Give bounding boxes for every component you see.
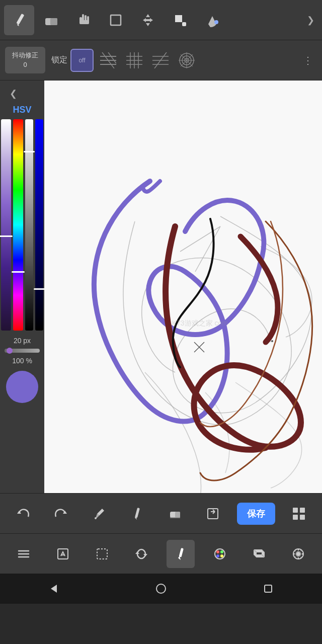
- menu-btn[interactable]: [10, 540, 38, 568]
- hand-tool-btn[interactable]: [68, 5, 99, 35]
- lock-section: 锁定 off: [51, 49, 198, 72]
- rotate-btn[interactable]: [127, 540, 155, 568]
- hue-strip[interactable]: [13, 119, 23, 331]
- layers-btn[interactable]: [245, 540, 273, 568]
- pen-btn[interactable]: [123, 500, 151, 528]
- bottom-toolbar-1: 保存: [0, 493, 322, 533]
- selection-tool-btn[interactable]: [101, 5, 131, 35]
- svg-point-66: [216, 554, 219, 557]
- save-btn[interactable]: 保存: [237, 503, 275, 525]
- move-tool-btn[interactable]: [133, 5, 163, 35]
- svg-rect-61: [179, 547, 184, 557]
- svg-rect-49: [293, 508, 298, 513]
- svg-rect-81: [265, 585, 272, 592]
- svg-rect-51: [293, 515, 298, 520]
- svg-rect-3: [50, 18, 57, 25]
- shake-correct-btn[interactable]: 抖动修正 0: [5, 47, 45, 73]
- opacity-label: 100 %: [12, 357, 32, 365]
- pattern-diagonal1-btn[interactable]: [97, 49, 120, 72]
- svg-marker-79: [51, 585, 57, 593]
- svg-point-65: [220, 550, 223, 553]
- svg-point-67: [220, 554, 223, 557]
- color-preview-circle[interactable]: [6, 371, 38, 403]
- bucket-tool-btn[interactable]: [197, 5, 227, 35]
- more-options-btn[interactable]: ⋮: [299, 49, 317, 72]
- back-nav-btn[interactable]: [39, 579, 69, 599]
- recents-nav-btn[interactable]: [253, 579, 283, 599]
- undo-btn[interactable]: [9, 500, 37, 528]
- top-toolbar: ❯: [0, 0, 322, 40]
- dropper-btn[interactable]: [85, 500, 113, 528]
- grid-view-btn[interactable]: [285, 500, 313, 528]
- drawing-svg[interactable]: [44, 80, 322, 493]
- eraser-bottom-btn[interactable]: [161, 500, 189, 528]
- pencil-tool-btn[interactable]: [4, 5, 34, 35]
- redo-btn[interactable]: [47, 500, 75, 528]
- svg-marker-60: [143, 554, 147, 556]
- settings-bottom-btn[interactable]: [284, 540, 312, 568]
- svg-rect-12: [182, 22, 186, 26]
- lock-label: 锁定: [51, 55, 67, 65]
- brightness-strip[interactable]: [25, 119, 33, 331]
- export-btn[interactable]: [199, 500, 227, 528]
- pattern-grid-btn[interactable]: [123, 49, 146, 72]
- svg-rect-52: [300, 515, 305, 520]
- blue-strip[interactable]: [35, 119, 43, 331]
- svg-rect-46: [175, 512, 180, 518]
- svg-point-42: [95, 517, 97, 519]
- lock-off-btn[interactable]: off: [70, 49, 94, 72]
- svg-point-13: [214, 20, 218, 24]
- svg-rect-9: [111, 15, 121, 25]
- sv-strip[interactable]: [1, 119, 11, 331]
- brush-tool-active-btn[interactable]: [167, 540, 195, 568]
- svg-point-39: [271, 340, 273, 342]
- svg-point-64: [216, 550, 219, 553]
- pattern-diagonal2-btn[interactable]: [149, 49, 172, 72]
- edit-btn[interactable]: [49, 540, 77, 568]
- opacity-indicator: [7, 348, 13, 354]
- svg-rect-0: [16, 13, 24, 24]
- color-sliders: [1, 119, 43, 331]
- system-nav-bar: [0, 574, 322, 604]
- hsv-mode-btn[interactable]: HSV: [13, 105, 31, 115]
- brush-opacity-slider[interactable]: [5, 349, 40, 353]
- color-fill-tool-btn[interactable]: [165, 5, 195, 35]
- select-region-btn[interactable]: [88, 540, 116, 568]
- svg-rect-58: [97, 549, 107, 559]
- svg-marker-59: [135, 551, 139, 554]
- svg-rect-50: [300, 508, 305, 513]
- pattern-radial-btn[interactable]: [175, 49, 198, 72]
- svg-marker-10: [143, 14, 153, 26]
- left-panel: ❮ HSV 20 px 100 %: [0, 80, 44, 493]
- svg-point-72: [296, 552, 300, 556]
- svg-rect-11: [175, 15, 182, 22]
- svg-rect-56: [58, 549, 68, 559]
- svg-rect-8: [79, 20, 89, 24]
- second-toolbar: 抖动修正 0 锁定 off: [0, 40, 322, 80]
- brush-size-label: 20 px: [14, 337, 31, 345]
- bottom-toolbar-2: [0, 533, 322, 574]
- eraser-tool-btn[interactable]: [36, 5, 66, 35]
- svg-point-63: [215, 549, 225, 559]
- toolbar-expand-btn[interactable]: ❯: [303, 5, 318, 35]
- collapse-panel-btn[interactable]: ❮: [4, 85, 22, 103]
- palette-btn[interactable]: [206, 540, 234, 568]
- main-area: ❮ HSV 20 px 100 %: [0, 80, 322, 493]
- home-nav-btn[interactable]: [146, 579, 176, 599]
- canvas-area[interactable]: K73游戏之家 com: [44, 80, 322, 493]
- svg-point-80: [156, 584, 166, 593]
